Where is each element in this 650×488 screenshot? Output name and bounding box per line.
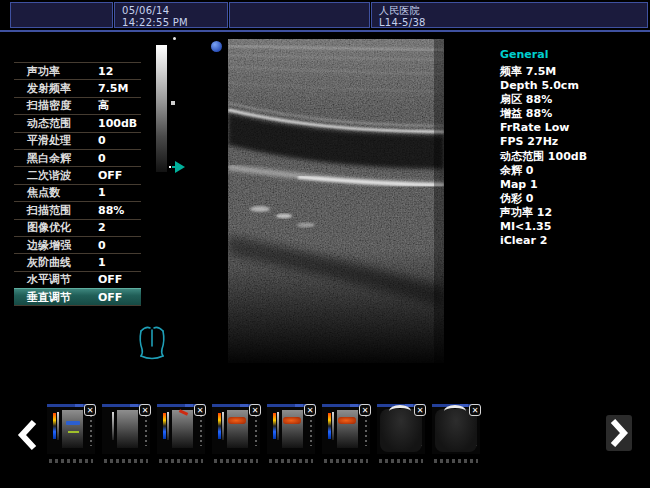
mini-caption-dots (434, 459, 478, 463)
param-label: 动态范围 (14, 116, 71, 131)
next-thumbnails-button[interactable] (606, 415, 632, 451)
probe-model: L14-5/38 (379, 17, 647, 29)
prev-thumbnails-button[interactable] (17, 419, 39, 451)
close-thumbnail-button[interactable]: ✕ (84, 404, 96, 416)
panel-title: General (500, 48, 645, 61)
thumbnail[interactable]: ✕ (212, 404, 260, 454)
param-value: 0 (98, 239, 106, 252)
info-line: 动态范围 100dB (500, 150, 645, 164)
date-text: 05/06/14 (122, 5, 227, 17)
param-label: 声功率 (14, 64, 60, 79)
mini-orange-flow (283, 417, 301, 424)
probe-orientation-dot (211, 41, 222, 52)
mini-image (227, 410, 248, 448)
param-value: 0 (98, 134, 106, 147)
info-line: 频率 7.5M (500, 65, 645, 79)
thumbnail[interactable]: ✕ (102, 404, 150, 454)
close-thumbnail-button[interactable]: ✕ (469, 404, 481, 416)
mini-doppler-yellow-flow (68, 431, 79, 433)
depth-marker-square (171, 101, 175, 105)
mini-image (337, 410, 358, 448)
mini-image (172, 410, 193, 448)
top-status-bar: 05/06/14 14:22:55 PM 人民医院 L14-5/38 (0, 0, 650, 32)
info-line: FPS 27Hz (500, 135, 645, 149)
close-thumbnail-button[interactable]: ✕ (249, 404, 261, 416)
param-value: 88% (98, 204, 124, 217)
param-row[interactable]: 水平调节 OFF (14, 271, 141, 288)
chevron-right-icon (610, 419, 628, 447)
param-row[interactable]: 灰阶曲线 1 (14, 253, 141, 270)
mini-graybar (57, 412, 59, 440)
param-row[interactable]: 二次谐波 OFF (14, 166, 141, 183)
info-line: 扇区 88% (500, 93, 645, 107)
thumbnail[interactable]: ✕ (432, 404, 480, 454)
param-value: 12 (98, 65, 113, 78)
param-row[interactable]: 焦点数 1 (14, 184, 141, 201)
param-row[interactable]: 平滑处理 0 (14, 132, 141, 149)
image-parameter-menu: 声功率 12 发射频率 7.5M 扫描密度 高 动态范围 100dB 平滑处理 … (14, 62, 141, 306)
param-label: 垂直调节 (14, 290, 71, 305)
param-row[interactable]: 动态范围 100dB (14, 114, 141, 131)
param-label: 二次谐波 (14, 168, 71, 183)
mini-doppler-colorbar (53, 413, 56, 439)
param-row[interactable]: 声功率 12 (14, 62, 141, 79)
info-line: FrRate Low (500, 121, 645, 135)
datetime-cell: 05/06/14 14:22:55 PM (114, 2, 228, 28)
param-label: 扫描范围 (14, 203, 71, 218)
mini-bright-arc (389, 405, 411, 417)
param-label: 焦点数 (14, 185, 60, 200)
param-row[interactable]: 垂直调节 OFF (14, 288, 141, 306)
mini-image (117, 410, 138, 448)
info-line: Depth 5.0cm (500, 79, 645, 93)
thumbnail[interactable]: ✕ (377, 404, 425, 454)
param-label: 水平调节 (14, 272, 71, 287)
mini-doppler-colorbar (218, 413, 221, 439)
time-text: 14:22:55 PM (122, 17, 227, 29)
general-info-panel: General 频率 7.5M Depth 5.0cm 扇区 88% 增益 88… (500, 48, 645, 248)
close-thumbnail-button[interactable]: ✕ (304, 404, 316, 416)
param-value: 0 (98, 152, 106, 165)
param-value: 高 (98, 98, 109, 113)
depth-marker-dot (173, 37, 176, 40)
thumbnail-strip: ✕ ✕ (47, 404, 480, 454)
hospital-probe-cell: 人民医院 L14-5/38 (371, 2, 648, 28)
thumbnail[interactable]: ✕ (322, 404, 370, 454)
param-row[interactable]: 边缘增强 0 (14, 236, 141, 253)
param-value: OFF (98, 273, 122, 286)
ultrasound-render (228, 39, 444, 363)
thumbnail[interactable]: ✕ (267, 404, 315, 454)
param-label: 扫描密度 (14, 98, 71, 113)
mini-orange-flow (228, 417, 246, 424)
ultrasound-image (228, 39, 444, 363)
param-value: 7.5M (98, 82, 128, 95)
close-thumbnail-button[interactable]: ✕ (194, 404, 206, 416)
mini-graybar (112, 412, 114, 440)
param-value: 1 (98, 186, 106, 199)
topbar-empty-cell-mid (229, 2, 370, 28)
mini-image (282, 410, 303, 448)
hospital-name: 人民医院 (379, 5, 647, 17)
mini-bright-arc (444, 405, 466, 417)
info-line: 增益 88% (500, 107, 645, 121)
param-label: 黑白余辉 (14, 151, 71, 166)
param-row[interactable]: 扫描密度 高 (14, 97, 141, 114)
param-row[interactable]: 发射频率 7.5M (14, 79, 141, 96)
close-thumbnail-button[interactable]: ✕ (139, 404, 151, 416)
param-label: 灰阶曲线 (14, 255, 71, 270)
mini-graybar (222, 412, 224, 440)
param-row[interactable]: 黑白余辉 0 (14, 149, 141, 166)
param-row[interactable]: 图像优化 2 (14, 219, 141, 236)
info-line: Map 1 (500, 178, 645, 192)
mini-graybar (332, 412, 334, 440)
mini-caption-dots (214, 459, 258, 463)
close-thumbnail-button[interactable]: ✕ (359, 404, 371, 416)
body-marker-icon (136, 322, 168, 368)
close-thumbnail-button[interactable]: ✕ (414, 404, 426, 416)
mini-doppler-colorbar (163, 413, 166, 439)
focus-position-arrow-icon (169, 161, 185, 173)
thumbnail[interactable]: ✕ (47, 404, 95, 454)
param-row[interactable]: 扫描范围 88% (14, 201, 141, 218)
mini-caption-dots (104, 459, 148, 463)
thumbnail[interactable]: ✕ (157, 404, 205, 454)
general-info-lines: 频率 7.5M Depth 5.0cm 扇区 88% 增益 88% FrRate… (500, 65, 645, 248)
